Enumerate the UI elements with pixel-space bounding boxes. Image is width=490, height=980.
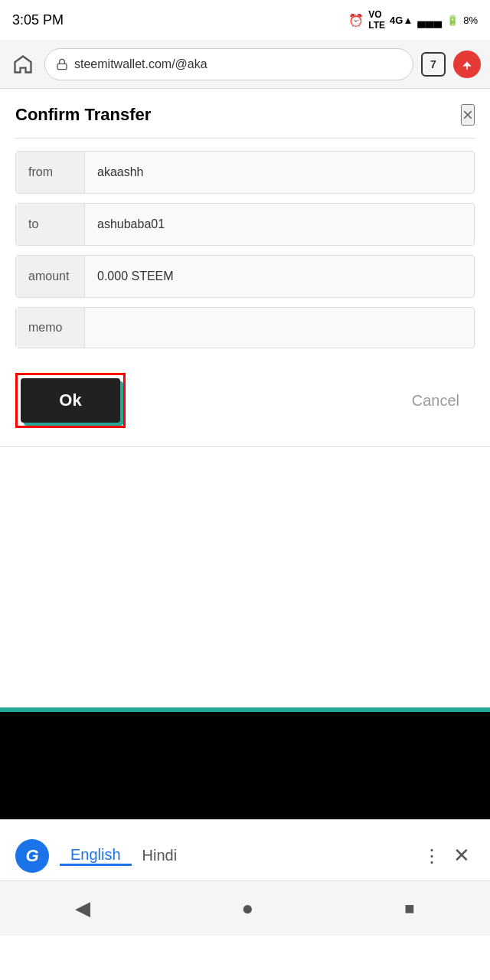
home-nav-button[interactable]: ● <box>241 897 253 920</box>
from-value: akaashh <box>85 165 474 179</box>
memo-label: memo <box>16 308 85 348</box>
upload-button[interactable] <box>453 51 481 78</box>
url-text: steemitwallet.com/@aka <box>74 57 207 71</box>
upload-icon <box>459 57 475 72</box>
home-nav-icon: ● <box>241 897 253 920</box>
black-panel <box>0 712 490 819</box>
lock-icon <box>56 58 68 70</box>
translate-more-button[interactable]: ⋮ <box>415 845 449 867</box>
status-bar: 3:05 PM ⏰ VOLTE 4G▲ ▄▄▄ 🔋 8% <box>0 0 490 40</box>
network-4g-icon: 4G▲ <box>390 15 413 26</box>
memo-field-row: memo <box>15 307 475 348</box>
dialog-title: Confirm Transfer <box>15 105 151 125</box>
tab-count-badge[interactable]: 7 <box>421 52 446 77</box>
hindi-language-button[interactable]: Hindi <box>132 847 188 864</box>
amount-field-row: amount 0.000 STEEM <box>15 255 475 298</box>
translate-close-button[interactable]: ✕ <box>449 844 475 867</box>
main-content-area <box>0 447 490 707</box>
signal-icon: ▄▄▄ <box>417 14 442 27</box>
ok-button[interactable]: Ok <box>21 378 120 423</box>
amount-value: 0.000 STEEM <box>85 270 474 283</box>
alarm-icon: ⏰ <box>348 13 364 28</box>
google-translate-icon: G <box>15 839 49 873</box>
nav-bar: ◀ ● ■ <box>0 880 490 936</box>
svg-rect-0 <box>57 64 67 69</box>
cancel-button[interactable]: Cancel <box>397 384 475 417</box>
back-nav-button[interactable]: ◀ <box>75 897 90 920</box>
recent-apps-button[interactable]: ■ <box>404 899 414 919</box>
to-field-row: to ashubaba01 <box>15 203 475 246</box>
translate-bar: G English Hindi ⋮ ✕ <box>0 819 490 880</box>
to-value: ashubaba01 <box>85 217 474 231</box>
english-language-button[interactable]: English <box>60 846 132 866</box>
volte-icon: VOLTE <box>368 9 385 31</box>
url-bar[interactable]: steemitwallet.com/@aka <box>44 48 413 80</box>
back-icon: ◀ <box>75 897 90 920</box>
home-button[interactable] <box>9 51 37 78</box>
close-button[interactable]: × <box>461 104 475 126</box>
from-label: from <box>16 152 85 193</box>
ok-button-wrapper: Ok <box>15 373 126 428</box>
recent-apps-icon: ■ <box>404 899 414 919</box>
dialog-button-row: Ok Cancel <box>15 361 475 446</box>
browser-bar: steemitwallet.com/@aka 7 <box>0 40 490 89</box>
battery-percent: 8% <box>463 15 478 26</box>
dialog-header: Confirm Transfer × <box>15 104 475 139</box>
from-field-row: from akaashh <box>15 151 475 194</box>
status-time: 3:05 PM <box>12 12 64 28</box>
to-label: to <box>16 204 85 245</box>
status-icons: ⏰ VOLTE 4G▲ ▄▄▄ 🔋 8% <box>348 9 478 31</box>
confirm-transfer-dialog: Confirm Transfer × from akaashh to ashub… <box>0 89 490 447</box>
memo-value[interactable] <box>85 308 474 348</box>
battery-icon: 🔋 <box>446 15 459 26</box>
amount-label: amount <box>16 256 85 297</box>
